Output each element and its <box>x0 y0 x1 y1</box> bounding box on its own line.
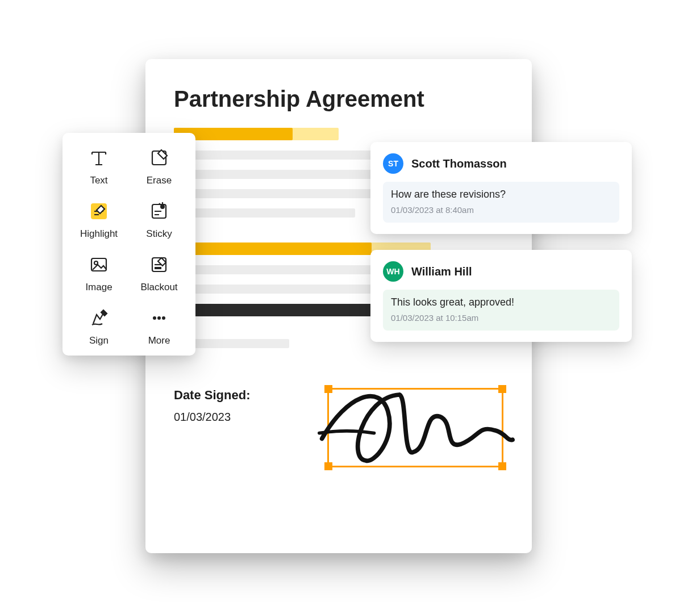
tool-label: Sticky <box>146 228 172 240</box>
tool-label: More <box>148 335 170 346</box>
comment-card[interactable]: ST Scott Thomasson How are these revisio… <box>370 142 632 234</box>
signature-icon <box>312 378 519 477</box>
tool-erase[interactable]: Erase <box>131 145 188 186</box>
tool-blackout[interactable]: Blackout <box>131 252 188 293</box>
editing-toolbar: Text Erase Highlight Sticky Image <box>63 133 195 356</box>
sign-icon <box>86 306 111 331</box>
highlighted-line-1 <box>174 128 503 140</box>
more-icon <box>147 306 172 331</box>
comment-text: This looks great, approved! <box>391 296 611 308</box>
comment-timestamp: 01/03/2023 at 10:15am <box>391 313 611 323</box>
comment-text: How are these revisions? <box>391 189 611 200</box>
tool-label: Sign <box>89 335 109 346</box>
date-signed-value: 01/03/2023 <box>174 411 250 424</box>
document-title: Partnership Agreement <box>174 86 503 112</box>
svg-point-5 <box>94 261 98 265</box>
tool-label: Highlight <box>80 228 118 240</box>
erase-icon <box>147 145 172 170</box>
comments-panel: ST Scott Thomasson How are these revisio… <box>370 142 632 342</box>
signature-selection-box[interactable] <box>327 388 503 467</box>
tool-label: Image <box>85 282 112 293</box>
tool-label: Erase <box>147 175 172 186</box>
tool-label: Text <box>90 175 107 186</box>
text-placeholder-line <box>174 208 355 218</box>
tool-text[interactable]: Text <box>70 145 127 186</box>
avatar: ST <box>383 153 403 174</box>
comment-author: William Hill <box>411 265 472 278</box>
date-signed-label: Date Signed: <box>174 388 250 403</box>
comment-timestamp: 01/03/2023 at 8:40am <box>391 205 611 215</box>
tool-label: Blackout <box>140 282 177 293</box>
tool-image[interactable]: Image <box>70 252 127 293</box>
svg-rect-7 <box>155 267 161 269</box>
svg-point-9 <box>157 316 161 320</box>
svg-point-3 <box>160 204 165 209</box>
highlight-icon <box>86 199 111 224</box>
comment-body: This looks great, approved! 01/03/2023 a… <box>383 290 619 331</box>
comment-author: Scott Thomasson <box>411 157 507 170</box>
comment-card[interactable]: WH William Hill This looks great, approv… <box>370 250 632 342</box>
image-icon <box>86 252 111 277</box>
tool-highlight[interactable]: Highlight <box>70 199 127 240</box>
sticky-icon <box>147 199 172 224</box>
comment-body: How are these revisions? 01/03/2023 at 8… <box>383 182 619 223</box>
tool-sign[interactable]: Sign <box>70 306 127 346</box>
svg-point-10 <box>162 316 165 320</box>
tool-sticky[interactable]: Sticky <box>131 199 188 240</box>
text-icon <box>86 145 111 170</box>
avatar: WH <box>383 261 403 282</box>
tool-more[interactable]: More <box>131 306 188 346</box>
blackout-icon <box>147 252 172 277</box>
svg-point-8 <box>153 316 156 320</box>
